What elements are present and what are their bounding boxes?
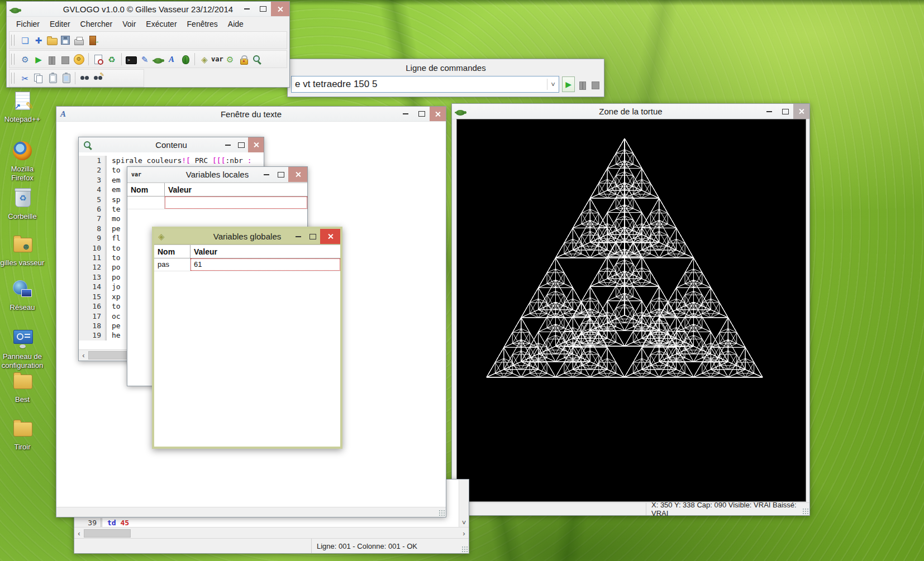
locals-row-valeur[interactable] [165,196,307,209]
toolbar-grip[interactable] [11,73,15,84]
settings-button[interactable]: ⚙ [18,52,32,66]
gvlogo-titlebar[interactable]: GVLOGO v1.0.0 © Gilles Vasseur 23/12/201… [7,2,289,17]
exit-button[interactable] [85,33,99,47]
trace-document-button[interactable] [92,52,105,66]
cut-button[interactable]: ✂ [18,71,32,85]
desktop-icon-corbeille[interactable]: Corbeille [0,188,45,221]
close-button[interactable] [320,229,340,244]
maximize-button[interactable] [235,137,248,152]
turtle-button[interactable] [151,52,165,66]
scroll-left-icon[interactable]: ‹ [79,350,88,361]
turtle-titlebar[interactable]: Zone de la tortue [452,104,809,119]
debug-button[interactable] [178,52,192,66]
globals-col-nom[interactable]: Nom [154,245,190,258]
toolbar-grip[interactable] [11,35,15,46]
menu-editer[interactable]: Editer [45,18,75,30]
menu-chercher[interactable]: Chercher [75,18,118,30]
minimize-button[interactable] [259,167,274,182]
lock-button[interactable] [237,52,250,66]
scroll-right-icon[interactable]: › [459,528,469,539]
locals-col-valeur[interactable]: Valeur [165,183,307,196]
close-button[interactable] [248,137,264,152]
stop-command-button[interactable] [590,77,601,92]
print-button[interactable] [72,33,85,47]
globals-row-valeur[interactable]: 61 [190,258,340,271]
globals-col-valeur[interactable]: Valeur [190,245,340,258]
open-folder-button[interactable] [45,33,59,47]
add-button[interactable]: ✚ [32,33,45,47]
turtle-settings-button[interactable]: ⚙ [72,52,85,66]
new-file-button[interactable]: ❏ [18,33,32,47]
code-line[interactable]: 1spirale couleurs![ PRC [[[:nbr : [79,156,264,165]
close-button[interactable] [793,104,809,119]
console-button[interactable]: > [125,52,138,66]
find-replace-button[interactable] [92,71,105,85]
scroll-down-icon[interactable]: ˅ [459,518,469,528]
desktop-icon-tiroir[interactable]: Tiroir [0,419,45,452]
minimize-button[interactable] [291,229,306,244]
maximize-button[interactable] [274,167,288,182]
desktop-icon-mozilla-firefox[interactable]: Mozilla Firefox [0,141,45,183]
run-button[interactable]: ▶ [32,52,45,66]
locals-titlebar[interactable]: var Variables locales [127,167,307,183]
run-settings-button[interactable]: ⚙ [223,52,237,66]
stop-button[interactable] [59,52,72,66]
desktop-icon-reseau[interactable]: Réseau [0,279,45,312]
maximize-button[interactable] [255,2,271,16]
minimize-button[interactable] [221,137,235,152]
close-button[interactable] [430,107,446,121]
code-line-text: oc [107,311,121,321]
copy-button[interactable] [32,71,45,85]
locals-row-nom[interactable] [127,196,165,209]
scroll-left-icon[interactable]: ‹ [74,528,84,539]
editor-hscrollbar[interactable]: ‹ › [74,527,469,539]
desktop-icon-panneau-de-configuration[interactable]: Panneau de configuration [0,328,45,371]
pause-command-button[interactable] [578,77,588,92]
minimize-button[interactable] [397,107,413,121]
resize-grip[interactable] [439,510,445,516]
hscroll-thumb[interactable] [84,529,131,538]
text-window-titlebar[interactable]: A Fenêtre du texte [56,107,446,122]
paste-button[interactable] [45,71,59,85]
save-button[interactable] [59,33,72,47]
desktop-icon-notepad-[interactable]: Notepad++ [0,91,45,124]
hscroll-thumb[interactable] [88,351,128,359]
maximize-button[interactable] [413,107,430,121]
menu-fichier[interactable]: Fichier [11,18,45,30]
minimize-button[interactable] [239,2,255,16]
menu-aide[interactable]: Aide [223,18,249,30]
edit-text-button[interactable]: ✎ [138,52,151,66]
content-window-titlebar[interactable]: Contenu [79,137,264,153]
minimize-button[interactable] [761,104,777,119]
desktop-icon-best[interactable]: Best [0,371,45,404]
inspect-button[interactable] [250,52,264,66]
code-line-number: 2 [79,165,107,175]
paste-special-button[interactable] [59,71,72,85]
variables-button[interactable]: ◈ [198,52,211,66]
toolbar-grip[interactable] [11,54,15,65]
turtle-canvas[interactable] [456,119,806,502]
find-button[interactable] [78,71,92,85]
resize-grip[interactable] [802,508,808,514]
execute-command-button[interactable]: ▶ [562,76,575,92]
menu-voir[interactable]: Voir [117,18,141,30]
close-button[interactable] [288,167,307,182]
menu-executer[interactable]: Exécuter [141,18,182,30]
editor-vscrollbar[interactable]: ˅ [459,480,469,528]
editor-code-line[interactable]: td 45 [102,518,129,528]
command-input[interactable]: e vt tetraedre 150 5 ˅ [291,76,559,93]
desktop-icon-gilles-vasseur[interactable]: gilles vasseur [0,234,45,267]
pause-button[interactable] [45,52,59,66]
globals-titlebar[interactable]: ◈ Variables globales [154,229,340,244]
refresh-button[interactable]: ♻ [105,52,118,66]
command-input-value[interactable]: e vt tetraedre 150 5 [292,79,547,90]
maximize-button[interactable] [306,229,320,244]
combo-dropdown-icon[interactable]: ˅ [547,80,559,89]
maximize-button[interactable] [777,104,793,119]
close-button[interactable] [271,2,289,16]
resize-grip[interactable] [461,546,468,552]
menu-fenetres[interactable]: Fenêtres [182,18,223,30]
text-tool-button[interactable]: A [165,52,178,66]
locals-col-nom[interactable]: Nom [127,183,165,196]
globals-row-nom[interactable]: pas [154,258,190,271]
